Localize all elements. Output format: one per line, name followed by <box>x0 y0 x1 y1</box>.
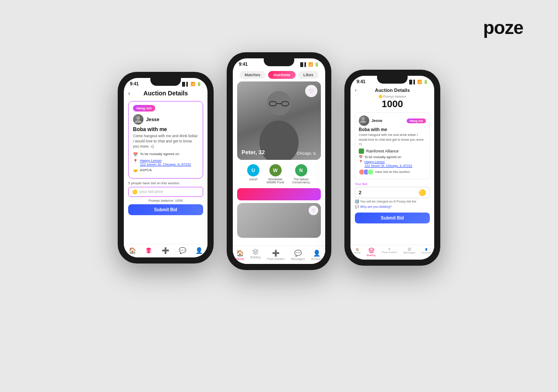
your-bid-label: Your Bid <box>355 182 430 186</box>
bottom-nav-left: 🏠 ➕ 💬 👤 <box>124 244 208 257</box>
calendar-icon-left: 📅 <box>133 152 138 157</box>
bid-value: 2 <box>359 190 361 195</box>
charity-row-right: Rainforest Alliance <box>359 149 426 154</box>
location-icon-left: 📍 <box>133 159 138 163</box>
profile-card-image: ♡ Peter, 32 Chicago, IL <box>237 81 321 160</box>
submit-bid-button-right[interactable]: Submit Bid <box>355 213 430 223</box>
charity-logo-nature: N <box>295 164 307 176</box>
time-left: 9:41 <box>130 81 139 86</box>
pozeys-amount: 1000 <box>350 98 434 110</box>
charity-name-unicef: unicef <box>249 178 258 181</box>
avatar-right <box>359 115 369 126</box>
tab-likes[interactable]: Likes <box>298 71 319 79</box>
charity-wwf: W Worldwide Wildlife Fund <box>265 164 285 184</box>
location-icon-right: 📍 <box>359 160 363 164</box>
bid-input-right[interactable]: 2 🟡 <box>355 187 430 198</box>
time-center: 9:41 <box>239 62 248 67</box>
bid-count-left: 5 people have bid on this auction. <box>128 181 203 185</box>
nav-account-left[interactable]: 👤 <box>195 247 203 254</box>
nav-home-left[interactable]: 🏠 <box>129 247 136 254</box>
profile-card-image-2: ♡ <box>237 203 321 238</box>
charity-nature: N The Nature Conservancy <box>291 164 311 184</box>
nav-messages-center[interactable]: 💬 Messages <box>291 249 305 260</box>
why-bidding-link[interactable]: 💬 Why are you bidding? <box>355 205 430 209</box>
nav-poze-left[interactable]: ➕ <box>162 247 169 254</box>
location-name-right[interactable]: Happy Lemon <box>364 160 412 164</box>
back-button-left[interactable]: ‹ <box>128 90 130 97</box>
auction-title-left: Boba with me <box>133 126 198 132</box>
heart-button-2[interactable]: ♡ <box>309 206 318 215</box>
nav-poze-center[interactable]: ➕ Poze Auction <box>267 249 285 260</box>
person-city: Chicago, IL <box>296 151 316 155</box>
charity-name-wwf: Worldwide Wildlife Fund <box>265 178 285 184</box>
bid-input-left[interactable]: 🟡 your bid price <box>128 187 203 197</box>
svg-point-6 <box>362 117 365 120</box>
charity-name-nature: The Nature Conservancy <box>291 178 311 184</box>
nav-home-center[interactable]: 🏠 Home <box>236 249 244 260</box>
nav-bidding-left[interactable] <box>145 247 152 254</box>
user-row-right: Jesse Hang out <box>359 115 426 126</box>
location-name-left[interactable]: Happy Lemon <box>140 159 191 162</box>
coin-icon-left: 🟡 <box>132 189 137 194</box>
status-icons-left: ▐▌▌ 📶 🔋 <box>181 82 201 86</box>
location-address-right[interactable]: 122 Seven St. Chicago, IL 87231 <box>364 164 412 168</box>
location-row-left: 📍 Happy Lemon 122 Seven St. Chicago, IL … <box>133 159 198 166</box>
page-title-right: Auction Details <box>375 88 410 93</box>
status-icons-center: ▐▌▌ 📶 🔋 <box>299 62 319 67</box>
phone-notch-right <box>377 76 408 84</box>
nav-header-left: ‹ Auction Details <box>124 88 208 99</box>
charity-dot <box>359 149 364 154</box>
nav-messages-left[interactable]: 💬 <box>179 247 186 254</box>
auction-desc-left: Come hangout with me and drink boba! I w… <box>133 134 198 149</box>
calendar-icon-right: 📅 <box>359 155 363 159</box>
charity-icon-left: 🤝 <box>133 169 138 173</box>
back-button-right[interactable]: ‹ <box>355 87 357 93</box>
svg-point-2 <box>259 121 299 160</box>
bidders-row-right: have bid on this auction. <box>359 169 426 175</box>
auction-title-right: Boba with me <box>359 127 426 132</box>
nav-account-center[interactable]: 👤 Account <box>311 249 322 260</box>
page-title-left: Auction Details <box>143 90 188 97</box>
heart-button-1[interactable]: ♡ <box>305 85 317 97</box>
charity-logo-wwf: W <box>269 164 282 176</box>
bidder-text: have bid on this auction. <box>375 170 411 174</box>
charity-row-left: 🤝 ASPCA <box>133 168 198 173</box>
screen-left: 9:41 ▐▌▌ 📶 🔋 ‹ Auction Details Hang out <box>124 78 208 257</box>
charities-row: U unicef W Worldwide Wildlife Fund N The… <box>233 162 325 186</box>
bottom-nav-center: 🏠 Home Bidding ➕ Poze Auction 💬 Messages <box>233 246 325 264</box>
phone-right: 9:41 ▐▌▌ 📶 🔋 ‹ Auction Details 🟡 Pozeys … <box>344 70 440 266</box>
bidder-avatar-3 <box>367 169 374 175</box>
phone-notch-center <box>264 58 294 66</box>
phone-left: 9:41 ▐▌▌ 📶 🔋 ‹ Auction Details Hang out <box>118 72 214 264</box>
tabs-row: Matches Auctions Likes <box>233 68 325 81</box>
submit-bid-button-left[interactable]: Submit Bid <box>128 204 203 215</box>
your-bid-section: Your Bid 2 🟡 ℹ️ You will be charged an 8… <box>350 180 434 213</box>
tab-auctions[interactable]: Auctions <box>268 71 296 79</box>
user-info-right: Jesse <box>359 115 382 126</box>
avatar-left <box>133 114 143 125</box>
tab-matches[interactable]: Matches <box>239 71 265 79</box>
nav-bidding-center[interactable]: Bidding <box>250 249 260 260</box>
bidder-avatars <box>359 169 374 175</box>
date-row-left: 📅 To be mutually agreed on <box>133 152 198 157</box>
nav-header-right: ‹ Auction Details <box>350 86 434 94</box>
location-row-right: 📍 Happy Lemon 122 Seven St. Chicago, IL … <box>359 160 426 168</box>
phone-notch-left <box>150 78 181 86</box>
auction-card-left: Hang out Jesse Boba with me Come hangout <box>128 101 203 179</box>
hang-out-badge-right: Hang out <box>407 118 426 123</box>
charity-logo-unicef: U <box>247 164 259 176</box>
bid-button-center[interactable] <box>237 188 321 200</box>
screen-center: 9:41 ▐▌▌ 📶 🔋 Matches Auctions Likes <box>233 58 325 264</box>
user-row-left: Jesse <box>133 114 198 125</box>
user-name-left: Jesse <box>146 117 160 122</box>
info-icon: ℹ️ <box>355 199 359 203</box>
svg-point-0 <box>136 116 140 120</box>
pozeys-section: 🟡 Pozeys balance 1000 <box>350 94 434 112</box>
status-icons-right: ▐▌▌ 📶 🔋 <box>408 80 428 84</box>
profile-image-bg-2 <box>237 203 321 238</box>
person-name-age: Peter, 32 <box>242 149 265 155</box>
pozeys-balance-left: Pozeys balance: 1000 <box>124 199 208 203</box>
charity-unicef: U unicef <box>247 164 259 184</box>
location-address-left[interactable]: 122 Seven St. Chicago, IL 87231 <box>140 162 191 166</box>
bid-fee-note: ℹ️ You will be charged an 8 Pozey bid fe… <box>355 199 430 203</box>
